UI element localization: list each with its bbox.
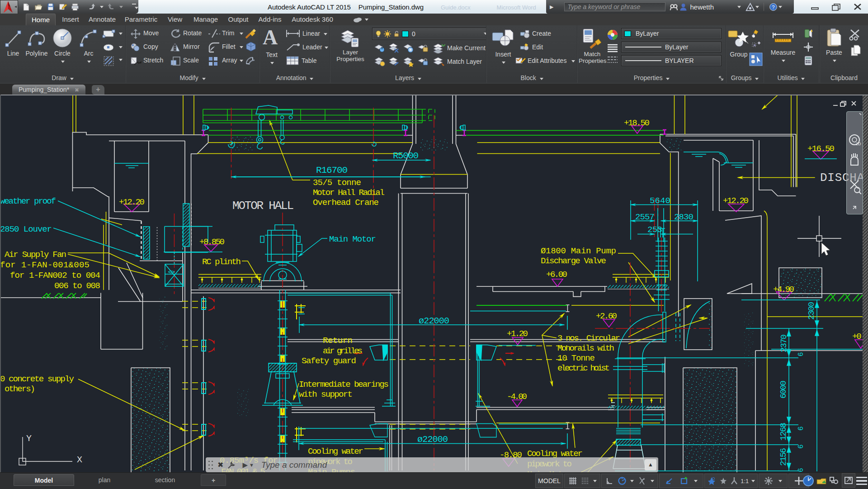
svg-text:35/5 tonne: 35/5 tonne [313,178,361,188]
svg-text:006 to 008: 006 to 008 [54,281,100,291]
svg-text:Return: Return [323,336,353,346]
svg-text:+2.60: +2.60 [596,311,617,321]
svg-text:Safety guard: Safety guard [302,356,356,366]
svg-text:6000: 6000 [778,380,788,399]
svg-text:+6.00: +6.00 [546,270,567,280]
svg-text:6: 6 [797,444,805,449]
svg-text:1268: 1268 [778,423,788,441]
svg-text:-4.00: -4.00 [507,392,527,402]
svg-text:X: X [77,455,82,465]
svg-text:Overhead Crane: Overhead Crane [313,198,379,208]
svg-text:+8.850: +8.850 [199,237,225,247]
svg-text:6: 6 [797,468,805,472]
svg-text:+4.90: +4.90 [773,285,794,294]
svg-text:for 1-FAN-001&005: for 1-FAN-001&005 [0,260,90,270]
svg-text:6: 6 [797,426,805,431]
svg-text:MOTOR HALL: MOTOR HALL [232,199,294,213]
svg-text:Motor Hall Radial: Motor Hall Radial [313,188,385,198]
svg-text:for 1-FAN002 to 004: for 1-FAN002 to 004 [10,271,100,280]
svg-text:weather proof: weather proof [0,196,56,206]
svg-text:Monorails with: Monorails with [557,343,614,353]
svg-text:+16.50: +16.50 [807,144,835,154]
svg-text:2156: 2156 [778,448,788,466]
svg-text:2300: 2300 [807,302,816,320]
svg-text:Air Supply Fan: Air Supply Fan [5,250,66,260]
svg-text:R16700: R16700 [316,165,348,176]
svg-text:5640: 5640 [650,196,670,206]
svg-text:0 concrete supply: 0 concrete supply [0,374,74,384]
svg-text:+12.20: +12.20 [119,197,145,207]
svg-text:ø22000: ø22000 [419,316,449,326]
svg-text:R5000: R5000 [393,151,419,161]
svg-text:3 nos. Circular: 3 nos. Circular [557,333,620,343]
svg-text:Intermediate bearings: Intermediate bearings [299,380,389,389]
svg-text:Main Motor: Main Motor [329,234,376,244]
svg-text:RC plinth: RC plinth [202,257,241,267]
svg-text:others): others) [5,384,35,394]
svg-text:Ø1800 Main Pump: Ø1800 Main Pump [541,246,616,256]
svg-text:2850 Louver: 2850 Louver [0,224,52,234]
svg-text:Cooling water: Cooling water [308,446,363,456]
svg-text:2557: 2557 [635,212,655,222]
svg-text:?: ? [772,4,774,9]
svg-text:electric hoist: electric hoist [557,363,610,373]
svg-text:6: 6 [797,352,805,356]
svg-text:10 Tonne: 10 Tonne [557,353,595,363]
svg-text:Y: Y [26,433,32,444]
svg-text:2370: 2370 [779,334,789,352]
svg-text:2830: 2830 [674,212,693,222]
svg-text:+18.50: +18.50 [624,118,650,128]
svg-text:air grilles: air grilles [323,346,363,356]
svg-text:with support: with support [299,389,353,399]
svg-text:2D: 2D [856,142,861,146]
svg-text:253: 253 [647,225,662,235]
svg-text:ø22000: ø22000 [417,434,448,445]
svg-text:+1.20: +1.20 [507,329,528,339]
svg-text:Discharge Valve: Discharge Valve [541,256,606,266]
svg-text:+12.20: +12.20 [723,196,749,206]
